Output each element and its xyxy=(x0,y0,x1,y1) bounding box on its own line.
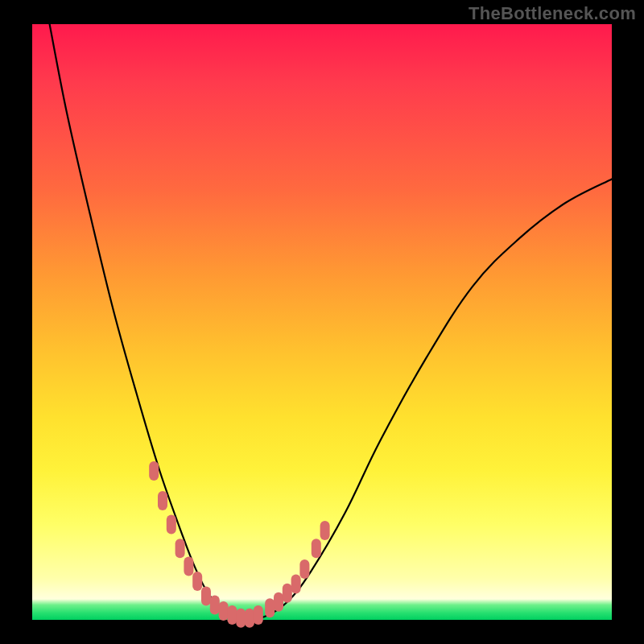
highlight-marker xyxy=(201,586,211,605)
highlight-marker xyxy=(184,556,193,576)
highlight-marker xyxy=(312,539,321,558)
highlight-marker xyxy=(245,609,254,628)
highlight-marker xyxy=(175,539,185,558)
highlight-marker xyxy=(192,572,202,591)
highlight-marker xyxy=(299,559,309,579)
highlight-marker xyxy=(149,461,159,481)
highlight-marker xyxy=(210,596,220,615)
highlight-marker xyxy=(167,515,176,535)
bottleneck-curve xyxy=(50,24,612,620)
highlight-markers xyxy=(149,461,329,628)
highlight-marker xyxy=(236,609,246,628)
highlight-marker xyxy=(158,491,167,510)
highlight-marker xyxy=(291,575,301,594)
chart-frame: TheBottleneck.com xyxy=(0,0,644,644)
highlight-marker xyxy=(254,605,263,625)
highlight-marker xyxy=(274,592,283,612)
highlight-marker xyxy=(320,521,330,540)
highlight-marker xyxy=(283,584,292,603)
plot-area xyxy=(32,24,612,620)
watermark-text: TheBottleneck.com xyxy=(469,3,636,24)
chart-svg xyxy=(32,24,612,620)
highlight-marker xyxy=(265,598,275,617)
highlight-marker xyxy=(227,605,237,625)
highlight-marker xyxy=(219,601,229,621)
